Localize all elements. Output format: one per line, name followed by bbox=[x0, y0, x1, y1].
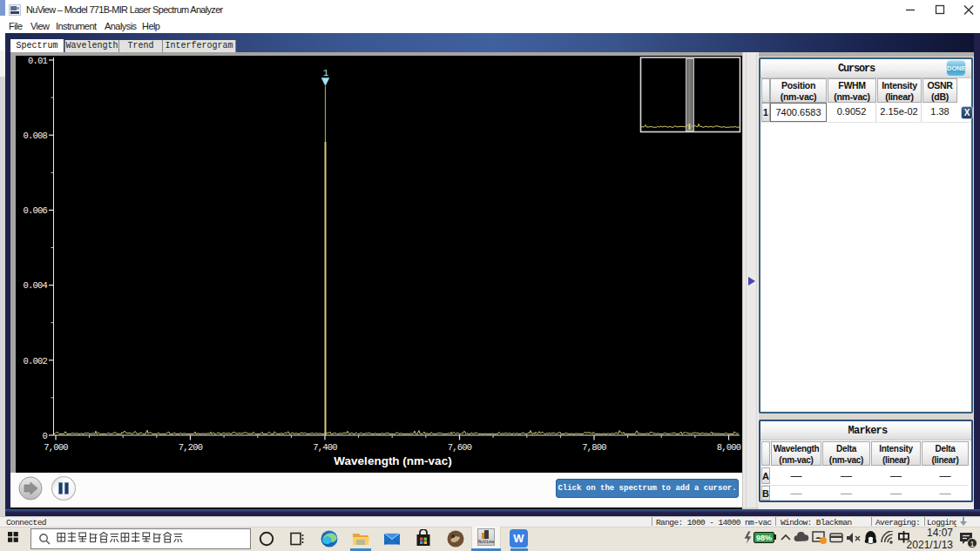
svg-text:0.008: 0.008 bbox=[23, 131, 47, 141]
svg-text:0: 0 bbox=[42, 431, 47, 441]
svg-text:8,000: 8,000 bbox=[717, 442, 741, 453]
svg-text:7,000: 7,000 bbox=[44, 442, 68, 453]
svg-text:Wavelength (nm-vac): Wavelength (nm-vac) bbox=[334, 454, 451, 467]
svg-text:0.002: 0.002 bbox=[23, 356, 47, 366]
svg-text:7,800: 7,800 bbox=[582, 442, 606, 453]
svg-text:7,600: 7,600 bbox=[448, 442, 472, 453]
svg-text:7,200: 7,200 bbox=[179, 442, 203, 453]
svg-text:7,400: 7,400 bbox=[313, 442, 337, 453]
svg-text:1: 1 bbox=[323, 68, 329, 78]
svg-text:0.004: 0.004 bbox=[23, 280, 47, 291]
svg-text:1: 1 bbox=[970, 540, 974, 548]
svg-text:0.006: 0.006 bbox=[23, 205, 47, 216]
svg-text:0.01: 0.01 bbox=[28, 56, 48, 66]
